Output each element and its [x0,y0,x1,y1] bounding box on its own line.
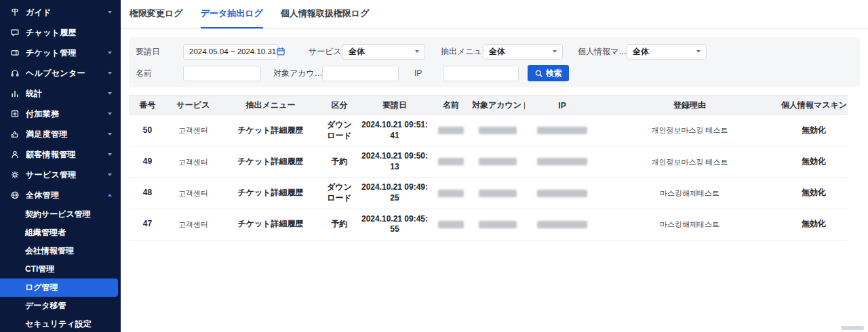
cell-masking: 無効化 [780,209,848,240]
masking-select[interactable]: 全体 [627,44,707,60]
cell-account-masked [471,146,525,178]
sidebar-subitem-data-transfer[interactable]: データ移管 [0,297,121,315]
addon-icon [10,109,20,119]
cell-service: 고객센터 [166,146,220,178]
name-input[interactable] [184,66,260,81]
guide-icon [10,7,20,17]
header-request-date: 要請日 [358,96,431,115]
cell-account-masked [471,209,525,240]
sidebar-subitem-security-settings[interactable]: セキュリティ設定 [0,315,121,332]
customer-info-icon [10,150,20,159]
chevron-down-icon [108,11,112,14]
chevron-down-icon [696,50,701,53]
calendar-button[interactable] [276,47,285,56]
sidebar-item-label: サービス管理 [26,169,108,181]
request-date-range-input[interactable]: 2024.05.04 ~ 2024.10.31 [183,44,278,60]
service-select[interactable]: 全体 [342,44,425,60]
chevron-down-icon [108,72,112,75]
header-ip: IP [525,96,599,115]
sidebar-item-label: 満足度管理 [26,129,108,140]
cell-reason: 마스킹해제테스트 [599,178,780,209]
cell-category: 予約 [321,146,358,178]
calendar-icon [276,47,285,56]
tab-permission-change-log[interactable]: 権限変更ログ [130,0,183,28]
cell-name-masked [431,178,471,209]
header-masking: 個人情報マスキング [780,96,848,115]
sidebar-subitem-log-management[interactable]: ログ管理 [0,278,118,297]
stats-icon [10,89,20,98]
header-extract-menu: 抽出メニュー [220,96,321,115]
sidebar-item-customer-info-management[interactable]: 顧客情報管理 [0,144,121,165]
filter-panel: 要請日 2024.05.04 ~ 2024.10.31 サービス 全体 抽出メニ… [129,37,860,87]
masked-value [537,158,587,165]
satisfaction-icon [10,129,20,139]
cell-service: 고객센터 [166,115,220,146]
masked-value [479,158,517,165]
sidebar-item-service-management[interactable]: サービス管理 [0,165,121,185]
cell-no: 49 [129,146,166,178]
header-reason: 登録理由 [599,96,780,115]
sidebar-item-label: チャット履歴 [26,27,112,39]
sidebar-item-guide[interactable]: ガイド [0,2,121,22]
service-gear-icon [10,170,20,180]
service-filter-label: サービス [309,46,342,58]
cell-name-masked [431,209,471,240]
sidebar-item-label: 顧客情報管理 [26,149,108,161]
chevron-down-icon [108,173,112,176]
log-tabs: 権限変更ログ データ抽出ログ 個人情報取扱権限ログ [121,0,868,29]
extract-menu-select-value: 全体 [489,46,505,58]
cell-masking: 無効化 [780,146,848,178]
cell-name-masked [431,115,471,146]
sidebar-item-chat-history[interactable]: チャット履歴 [0,22,121,43]
sidebar-item-help-center[interactable]: ヘルプセンター [0,63,121,83]
sidebar-subitem-cti[interactable]: CTI管理 [0,260,121,278]
tab-personal-info-permission-log[interactable]: 個人情報取扱権限ログ [281,0,370,28]
header-category: 区分 [321,96,358,115]
masked-value [438,190,464,197]
cell-no: 50 [129,115,166,146]
sidebar-subitem-company-info[interactable]: 会社情報管理 [0,242,121,260]
horizontal-scrollbar-thumb[interactable] [841,326,864,330]
table-row: 48 고객센터 チケット詳細履歴 ダウンロード 2024.10.21 09:49… [129,178,848,209]
chevron-down-icon [108,153,112,156]
ip-input[interactable] [443,66,518,81]
ticket-icon [10,48,20,58]
sidebar-subitem-org-admin[interactable]: 組織管理者 [0,224,121,242]
masked-value [479,190,517,197]
sidebar-item-additional-work[interactable]: 付加業務 [0,104,121,124]
cell-menu: チケット詳細履歴 [220,209,321,240]
sidebar-item-overall-management[interactable]: 全体管理 [0,185,121,205]
cell-name-masked [431,146,471,178]
sidebar-subitem-contract-service[interactable]: 契約サービス管理 [0,205,121,224]
table-row: 49 고객센터 チケット詳細履歴 予約 2024.10.21 09:50:13 … [129,146,848,178]
app-window: ガイド チャット履歴 チケット管理 ヘルプセンター [0,0,868,332]
sidebar-item-label: ガイド [26,7,108,18]
header-name: 名前 [431,96,471,115]
service-select-value: 全体 [349,46,365,58]
request-date-label: 要請日 [136,46,183,58]
sidebar-item-satisfaction-management[interactable]: 満足度管理 [0,124,121,144]
header-target-account: 対象アカウント [471,96,525,115]
table-row: 47 고객센터 チケット詳細履歴 予約 2024.10.21 09:45:55 … [129,209,848,240]
sidebar-subitem-label: CTI管理 [25,264,54,275]
tab-data-extract-log[interactable]: データ抽出ログ [201,0,263,28]
sidebar-item-ticket-management[interactable]: チケット管理 [0,43,121,63]
search-button[interactable]: 検索 [528,65,569,81]
ip-input-box [443,66,519,81]
cell-service: 고객센터 [166,178,220,209]
masking-filter-label: 個人情報マ… [578,46,627,58]
cell-account-masked [471,178,525,209]
target-account-input[interactable] [323,66,398,81]
cell-date: 2024.10.21 09:51:41 [358,115,431,146]
sidebar-subitem-label: 会社情報管理 [25,245,74,257]
extract-menu-select[interactable]: 全体 [483,44,563,60]
name-filter-label: 名前 [136,68,183,79]
cell-date: 2024.10.21 09:45:55 [358,209,431,240]
masked-value [479,127,517,134]
cell-date: 2024.10.21 09:50:13 [358,146,431,178]
sidebar-item-statistics[interactable]: 統計 [0,83,121,104]
search-button-label: 検索 [546,68,562,79]
sidebar-subitem-label: ログ管理 [25,282,58,293]
chevron-down-icon [108,133,112,136]
cell-reason: 개인정보마스킹 테스트 [599,115,780,146]
